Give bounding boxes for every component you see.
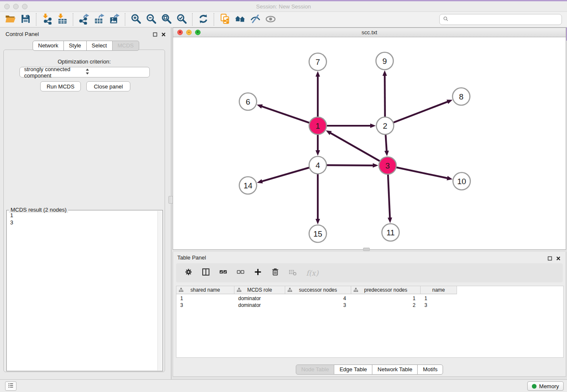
zoom-out-icon bbox=[146, 13, 157, 26]
result-scrollbar[interactable] bbox=[157, 211, 162, 370]
window-minimize-button[interactable] bbox=[13, 4, 19, 9]
column-label: predecessor nodes bbox=[364, 287, 407, 293]
tab-style[interactable]: Style bbox=[63, 41, 87, 51]
result-item[interactable]: 1 bbox=[7, 212, 157, 219]
hide-selected-icon bbox=[250, 13, 261, 26]
open-file-button[interactable] bbox=[3, 13, 18, 27]
column-header-predecessor-nodes[interactable]: predecessor nodes bbox=[351, 286, 421, 294]
export-network-icon bbox=[78, 13, 90, 26]
table-cell[interactable]: 1 bbox=[176, 295, 234, 302]
graph-node-label-2: 2 bbox=[383, 121, 388, 130]
tab-mcds[interactable]: MCDS bbox=[112, 41, 139, 51]
table-cell[interactable]: 3 bbox=[421, 302, 457, 309]
window-close-button[interactable] bbox=[4, 4, 10, 9]
graph-edge-4-3[interactable] bbox=[325, 165, 374, 166]
select-all-button[interactable] bbox=[217, 268, 228, 279]
tab-select[interactable]: Select bbox=[86, 41, 113, 51]
deselect-all-button[interactable] bbox=[235, 268, 246, 279]
open-file-icon bbox=[5, 13, 16, 26]
hide-selected-button[interactable] bbox=[248, 13, 263, 27]
tab-motifs[interactable]: Motifs bbox=[417, 364, 443, 375]
zoom-selected-icon bbox=[176, 13, 187, 26]
add-column-icon bbox=[253, 268, 262, 278]
close-table-panel-icon[interactable] bbox=[556, 255, 561, 262]
table-cell[interactable]: 4 bbox=[285, 295, 351, 302]
settings-button[interactable] bbox=[183, 268, 194, 279]
run-mcds-button[interactable]: Run MCDS bbox=[40, 81, 81, 91]
split-columns-button[interactable] bbox=[200, 268, 211, 279]
task-history-button[interactable] bbox=[5, 381, 17, 391]
tab-network-table[interactable]: Network Table bbox=[372, 364, 418, 375]
window-zoom-button[interactable] bbox=[22, 4, 28, 9]
optimization-criterion-dropdown[interactable]: strongly connected component bbox=[19, 67, 150, 77]
graph-edge-arrow-1-6 bbox=[257, 104, 263, 108]
network-resize-grip[interactable] bbox=[363, 248, 370, 251]
table-row[interactable]: 3dominator323 bbox=[176, 302, 563, 309]
hierarchy-icon bbox=[237, 287, 242, 294]
table-cell[interactable]: 3 bbox=[176, 302, 234, 309]
split-columns-icon bbox=[201, 268, 210, 278]
graph-edge-3-11[interactable] bbox=[388, 173, 390, 218]
tab-edge-table[interactable]: Edge Table bbox=[334, 364, 372, 375]
graph-edge-3-1[interactable] bbox=[330, 133, 381, 162]
zoom-fit-button[interactable] bbox=[159, 13, 174, 27]
export-table-button[interactable] bbox=[91, 13, 107, 27]
float-table-panel-icon[interactable] bbox=[548, 255, 552, 262]
table-cell[interactable]: dominator bbox=[234, 302, 285, 309]
table-cell[interactable]: 2 bbox=[351, 302, 421, 309]
tab-network[interactable]: Network bbox=[33, 41, 64, 51]
network-close-button[interactable]: × bbox=[177, 30, 183, 35]
graph-edge-2-8[interactable] bbox=[392, 102, 448, 123]
search-input[interactable] bbox=[451, 16, 558, 23]
table-cell[interactable]: 3 bbox=[285, 302, 351, 309]
column-header-shared-name[interactable]: shared name bbox=[176, 286, 234, 294]
zoom-out-button[interactable] bbox=[143, 13, 159, 27]
network-graph[interactable]: 7968124314101511 bbox=[173, 37, 566, 249]
graph-node-label-4: 4 bbox=[316, 161, 320, 170]
result-item[interactable]: 3 bbox=[7, 219, 157, 226]
list-icon bbox=[8, 382, 14, 390]
export-network-button[interactable] bbox=[76, 13, 91, 27]
close-panel-button[interactable]: Close panel bbox=[86, 81, 130, 91]
home-button[interactable] bbox=[232, 13, 248, 27]
network-maximize-button[interactable]: + bbox=[195, 30, 201, 35]
column-header-MCDS-role[interactable]: MCDS role bbox=[234, 286, 285, 294]
clone-network-button[interactable] bbox=[217, 13, 232, 27]
memory-button[interactable]: Memory bbox=[527, 381, 564, 391]
delete-column-button[interactable] bbox=[270, 268, 281, 279]
zoom-selected-button[interactable] bbox=[174, 13, 189, 27]
zoom-in-button[interactable] bbox=[128, 13, 143, 27]
graph-edge-arrow-1-2 bbox=[370, 124, 376, 128]
show-all-button[interactable] bbox=[263, 13, 278, 27]
network-canvas[interactable]: 7968124314101511 bbox=[173, 37, 566, 249]
toolbar-separator bbox=[214, 13, 214, 26]
table-cell[interactable]: 1 bbox=[421, 295, 457, 302]
graph-edge-4-14[interactable] bbox=[261, 167, 311, 182]
network-minimize-button[interactable]: − bbox=[186, 30, 192, 35]
graph-edge-2-9[interactable] bbox=[385, 75, 385, 119]
table-row[interactable]: 1dominator411 bbox=[176, 295, 563, 302]
float-panel-icon[interactable] bbox=[153, 31, 157, 39]
refresh-view-button[interactable] bbox=[195, 13, 211, 27]
toolbar-separator bbox=[125, 13, 125, 26]
column-header-name[interactable]: name bbox=[421, 286, 457, 294]
mcds-tab-pane: Optimization criterion: strongly connect… bbox=[3, 50, 165, 372]
graph-edge-3-10[interactable] bbox=[395, 167, 448, 179]
graph-edge-2-3[interactable] bbox=[385, 133, 387, 152]
graph-node-label-3: 3 bbox=[385, 161, 390, 170]
table-cell[interactable]: dominator bbox=[234, 295, 285, 302]
graph-edge-1-6[interactable] bbox=[261, 106, 311, 124]
close-panel-icon[interactable] bbox=[161, 31, 166, 39]
import-network-button[interactable] bbox=[39, 13, 55, 27]
search-field[interactable] bbox=[439, 14, 562, 25]
graph-node-label-7: 7 bbox=[316, 58, 320, 66]
add-column-button[interactable] bbox=[252, 268, 263, 279]
import-table-button[interactable] bbox=[55, 13, 70, 27]
export-image-button[interactable] bbox=[107, 13, 122, 27]
column-header-successor-nodes[interactable]: successor nodes bbox=[285, 286, 351, 294]
save-session-button[interactable] bbox=[18, 13, 33, 27]
home-icon bbox=[234, 13, 246, 26]
tab-node-table[interactable]: Node Table bbox=[296, 364, 335, 375]
graph-node-label-9: 9 bbox=[383, 57, 387, 66]
table-cell[interactable]: 1 bbox=[351, 295, 421, 302]
